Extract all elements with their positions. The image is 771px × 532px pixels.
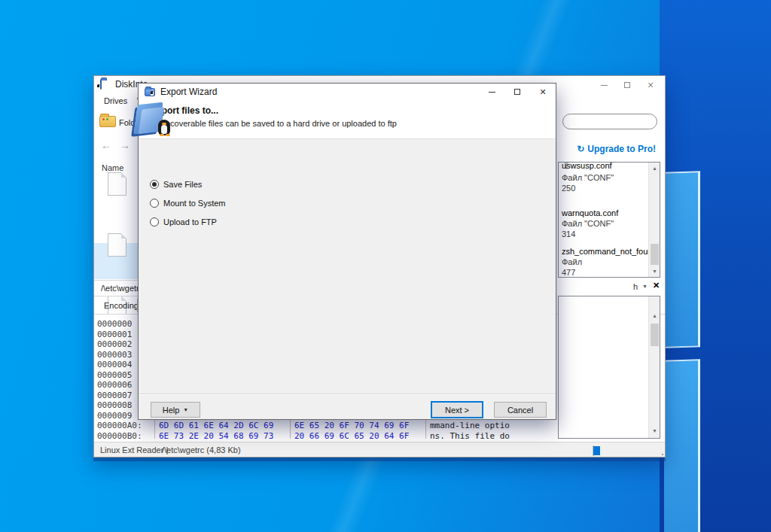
- cancel-button[interactable]: Cancel: [494, 402, 547, 418]
- file-name[interactable]: warnquota.conf: [562, 208, 618, 217]
- file-details-panel[interactable]: uswsusp.conf Файл "CONF" 250 warnquota.c…: [558, 162, 660, 278]
- wallpaper-right: [660, 0, 771, 532]
- close-icon[interactable]: ✕: [642, 79, 659, 91]
- hex-bytes: 6E 65 20 6F 70 74 69 6F: [294, 421, 409, 430]
- hex-address: 0000001: [97, 330, 132, 339]
- help-label: Help: [163, 406, 180, 415]
- desktop: DiskInte ✕ Drives Vie Folders ← → Name /…: [0, 0, 771, 532]
- preview-scrollbar[interactable]: ▲ ▼: [648, 296, 660, 438]
- hex-address: 0000007: [97, 391, 132, 400]
- windows-logo-pane-top: [664, 171, 700, 348]
- radio-icon[interactable]: [150, 199, 159, 208]
- next-label: Next >: [445, 406, 469, 415]
- radio-label: Save Files: [163, 180, 202, 189]
- hex-address: 000000B0:: [97, 431, 142, 439]
- folder-tux-icon: [133, 102, 172, 135]
- dialog-subheading: Recoverable files can be saved to a hard…: [160, 119, 397, 128]
- file-size: 314: [562, 230, 575, 239]
- radio-label: Upload to FTP: [163, 217, 217, 226]
- file-list-scrollbar[interactable]: ▲ ▼: [648, 163, 660, 277]
- file-type: Файл "CONF": [562, 219, 614, 228]
- dialog-titlebar[interactable]: Export Wizard ✕: [139, 84, 556, 100]
- scroll-down-icon[interactable]: ▼: [649, 266, 660, 277]
- hex-address: 0000008: [97, 400, 132, 410]
- hex-address: 0000006: [97, 380, 132, 390]
- dialog-header: Export files to... Recoverable files can…: [139, 100, 556, 139]
- file-name[interactable]: zsh_command_not_found: [562, 247, 657, 256]
- current-path: /\etc\wgetrc: [101, 284, 143, 293]
- dialog-icon: [145, 88, 155, 96]
- progress-bar: [593, 445, 594, 456]
- status-bar: Linux Ext Reader | /\etc\wgetrc (4,83 Kb…: [94, 442, 665, 457]
- radio-icon-selected[interactable]: [150, 180, 159, 189]
- maximize-icon[interactable]: [619, 79, 635, 91]
- menu-drives[interactable]: Drives: [104, 96, 127, 105]
- hex-address: 0000005: [97, 370, 132, 380]
- radio-save-files[interactable]: Save Files: [150, 180, 202, 189]
- folders-icon[interactable]: [99, 116, 116, 127]
- chevron-down-icon[interactable]: ▼: [642, 284, 648, 289]
- hex-address: 0000004: [97, 360, 132, 369]
- hex-address: 0000002: [97, 339, 132, 349]
- minimize-icon[interactable]: [596, 79, 612, 91]
- hex-address: 000000A0:: [97, 421, 142, 430]
- hex-address: 0000000: [97, 319, 132, 329]
- radio-upload-to-ftp[interactable]: Upload to FTP: [150, 217, 217, 226]
- dialog-close-icon[interactable]: ✕: [530, 84, 556, 100]
- dialog-maximize-icon[interactable]: [504, 84, 530, 100]
- hex-bytes: 6E 73 2E 20 54 68 69 73: [159, 431, 273, 439]
- find-close-icon[interactable]: ✕: [653, 281, 660, 290]
- file-icon-1[interactable]: [108, 172, 126, 196]
- radio-label: Mount to System: [163, 199, 226, 208]
- export-wizard-dialog: Export Wizard ✕ Export files to... Recov…: [138, 83, 556, 420]
- hex-bytes: 6D 6D 61 6E 64 2D 6C 69: [159, 421, 273, 430]
- file-type: Файл: [562, 257, 582, 266]
- scroll-up-icon[interactable]: ▲: [649, 163, 660, 174]
- scrollbar-thumb[interactable]: [651, 244, 659, 265]
- encoding-label: Encoding: [104, 301, 139, 310]
- chevron-down-icon: ▼: [183, 407, 188, 412]
- file-type: Файл "CONF": [562, 173, 614, 182]
- app-icon: [100, 80, 102, 89]
- text-preview-panel[interactable]: ▲ ▼: [558, 296, 660, 439]
- resize-grip[interactable]: [661, 453, 664, 456]
- radio-mount-to-system[interactable]: Mount to System: [150, 199, 226, 208]
- help-button[interactable]: Help ▼: [151, 402, 200, 418]
- file-size: 250: [562, 184, 575, 193]
- search-input[interactable]: [562, 114, 657, 129]
- next-button[interactable]: Next >: [431, 401, 483, 418]
- file-name[interactable]: uswsusp.conf: [562, 162, 612, 170]
- hex-address: 0000003: [97, 350, 132, 360]
- find-bar-text: h: [633, 282, 638, 291]
- refresh-icon: ↻: [577, 144, 584, 154]
- scroll-down-icon[interactable]: ▼: [649, 425, 660, 436]
- file-size: 477: [562, 268, 575, 277]
- status-file-info: /\etc\wgetrc (4,83 Kb): [162, 445, 241, 454]
- divider: [94, 280, 139, 281]
- divider: [139, 394, 556, 395]
- file-icon-2[interactable]: [108, 233, 126, 257]
- scroll-up-icon[interactable]: ▲: [649, 310, 660, 321]
- forward-icon[interactable]: →: [120, 139, 130, 151]
- hex-ascii: ns. This file do: [430, 431, 510, 439]
- hex-ascii: mmand-line optio: [430, 421, 510, 430]
- hex-bytes: 20 66 69 6C 65 20 64 6F: [294, 431, 409, 439]
- dialog-minimize-icon[interactable]: [479, 84, 504, 100]
- dialog-title: Export Wizard: [160, 87, 217, 97]
- cancel-label: Cancel: [507, 406, 533, 415]
- column-header-name[interactable]: Name: [102, 163, 123, 172]
- scrollbar-thumb[interactable]: [651, 324, 659, 346]
- divider: [94, 296, 139, 296]
- status-app-name: Linux Ext Reader |: [100, 445, 168, 454]
- radio-icon[interactable]: [150, 217, 159, 226]
- upgrade-to-pro-link[interactable]: Upgrade to Pro!: [587, 144, 656, 154]
- back-icon[interactable]: ←: [101, 139, 111, 151]
- windows-logo-pane-bottom: [664, 359, 700, 532]
- hex-address: 0000009: [97, 411, 132, 421]
